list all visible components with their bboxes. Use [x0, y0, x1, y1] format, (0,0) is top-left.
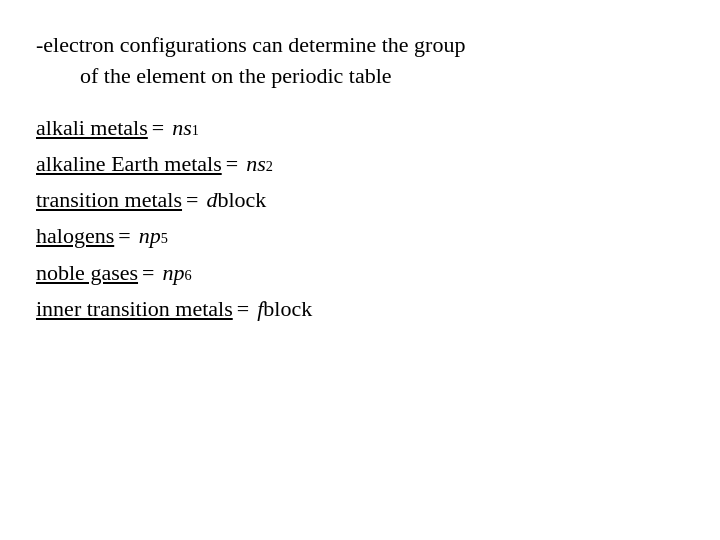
list-item-inner-transition-metals: inner transition metals = f block — [36, 291, 684, 327]
intro-line2: of the element on the periodic table — [36, 61, 684, 92]
items-list: alkali metals =ns1alkaline Earth metals … — [36, 110, 684, 328]
noble-gases-superscript: 6 — [184, 264, 191, 288]
list-item-alkaline-earth-metals: alkaline Earth metals =ns2 — [36, 146, 684, 182]
list-item-transition-metals: transition metals =d block — [36, 182, 684, 218]
intro-block: -electron configurations can determine t… — [36, 30, 684, 92]
halogens-label: halogens — [36, 218, 114, 254]
halogens-equals: = — [118, 218, 130, 254]
inner-transition-metals-label: inner transition metals — [36, 291, 233, 327]
transition-metals-label: transition metals — [36, 182, 182, 218]
list-item-noble-gases: noble gases = np6 — [36, 255, 684, 291]
inner-transition-metals-suffix: block — [263, 291, 312, 327]
alkaline-earth-metals-label: alkaline Earth metals — [36, 146, 222, 182]
transition-metals-equals: = — [186, 182, 198, 218]
alkaline-earth-metals-equals: = — [226, 146, 238, 182]
list-item-alkali-metals: alkali metals =ns1 — [36, 110, 684, 146]
halogens-superscript: 5 — [161, 227, 168, 251]
inner-transition-metals-equals: = — [237, 291, 249, 327]
intro-line1: -electron configurations can determine t… — [36, 30, 684, 61]
noble-gases-equals: = — [142, 255, 154, 291]
list-item-halogens: halogens =np5 — [36, 218, 684, 254]
alkali-metals-formula: ns — [172, 110, 192, 146]
halogens-formula: np — [139, 218, 161, 254]
alkali-metals-equals: = — [152, 110, 164, 146]
alkali-metals-superscript: 1 — [192, 119, 199, 143]
noble-gases-label: noble gases — [36, 255, 138, 291]
alkali-metals-label: alkali metals — [36, 110, 148, 146]
transition-metals-formula: d — [206, 182, 217, 218]
transition-metals-suffix: block — [217, 182, 266, 218]
main-content: -electron configurations can determine t… — [36, 30, 684, 327]
alkaline-earth-metals-superscript: 2 — [266, 155, 273, 179]
noble-gases-formula: np — [162, 255, 184, 291]
alkaline-earth-metals-formula: ns — [246, 146, 266, 182]
